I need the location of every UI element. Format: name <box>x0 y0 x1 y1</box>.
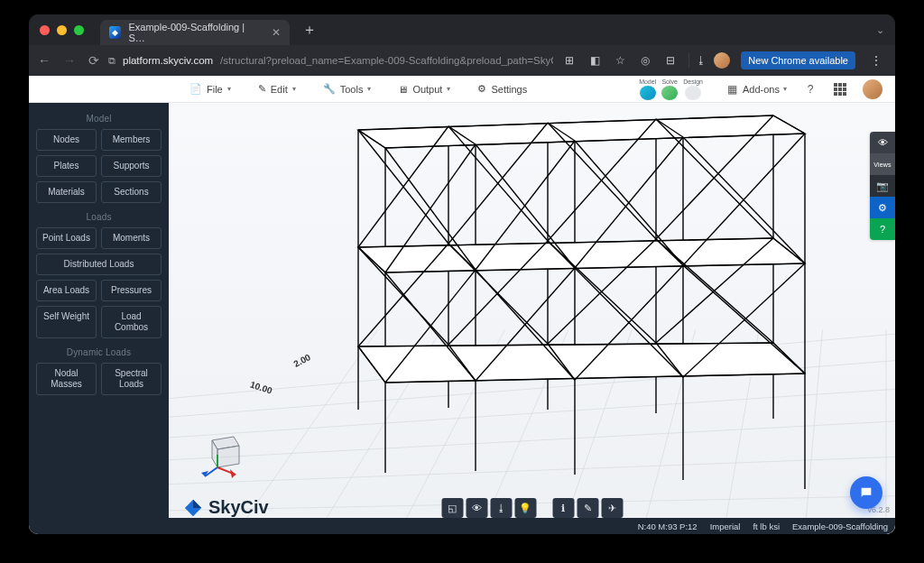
sidebar-load-combos[interactable]: Load Combos <box>101 306 162 338</box>
menu-output[interactable]: 🖥Output▾ <box>393 81 456 97</box>
status-units[interactable]: ft lb ksi <box>753 521 780 531</box>
sidebar-distributed-loads[interactable]: Distributed Loads <box>36 254 162 275</box>
status-system[interactable]: Imperial <box>710 521 741 531</box>
file-icon: 📄 <box>189 83 202 95</box>
brand-logo: SkyCiv <box>183 497 269 518</box>
rail-visibility[interactable]: 👁 <box>870 132 895 153</box>
address-field[interactable]: ⧉ platform.skyciv.com/structural?preload… <box>108 55 553 67</box>
sidebar-nodes[interactable]: Nodes <box>36 129 97 151</box>
sidebar-materials[interactable]: Materials <box>36 181 97 203</box>
right-rail: 👁 Views 📷 ⚙ ? <box>870 132 895 240</box>
sidebar-heading-model: Model <box>36 114 162 124</box>
help-icon[interactable]: ? <box>803 82 818 97</box>
new-tab-button[interactable]: ＋ <box>295 21 324 40</box>
svg-marker-28 <box>358 343 805 383</box>
mode-design[interactable]: Design <box>683 78 703 100</box>
titlebar: ◆ Example-009-Scaffolding | S… ✕ ＋ ⌄ <box>29 14 895 45</box>
view-btn-6[interactable]: ✎ <box>577 498 598 518</box>
rail-camera[interactable]: 📷 <box>870 175 895 197</box>
site-info-icon[interactable]: ⧉ <box>108 55 116 67</box>
sidebar-nodal-masses[interactable]: Nodal Masses <box>36 363 97 395</box>
tab-title: Example-009-Scaffolding | S… <box>128 22 259 43</box>
nav-reload-icon[interactable]: ⟳ <box>88 53 99 68</box>
bookmark-icon[interactable]: ☆ <box>613 53 627 68</box>
apps-grid-icon[interactable] <box>834 83 846 96</box>
rail-settings[interactable]: ⚙ <box>870 197 895 218</box>
svg-marker-91 <box>193 499 201 507</box>
user-avatar[interactable] <box>863 79 882 99</box>
sidebar-heading-dynamic: Dynamic Loads <box>36 347 162 357</box>
svg-marker-27 <box>358 238 805 272</box>
svg-marker-26 <box>358 115 805 148</box>
install-app-icon[interactable]: ⊞ <box>562 53 577 68</box>
skyciv-logo-icon <box>183 498 203 518</box>
wrench-icon: 🔧 <box>323 83 336 95</box>
browser-menu-icon[interactable]: ⋮ <box>866 53 886 68</box>
puzzle-icon: ▦ <box>725 82 739 97</box>
sidebar-self-weight[interactable]: Self Weight <box>36 306 97 338</box>
sidebar-area-loads[interactable]: Area Loads <box>36 280 97 301</box>
tabs-overflow-icon[interactable]: ⌄ <box>876 24 884 36</box>
url-path: /structural?preload_name=Example-009-Sca… <box>220 55 553 66</box>
view-btn-4[interactable]: 💡 <box>514 498 536 518</box>
viewport-3d[interactable]: 2.00 10.00 <box>169 103 895 534</box>
pencil-icon: ✎ <box>258 83 266 95</box>
sidebar-pressures[interactable]: Pressures <box>101 280 162 301</box>
sidebar-supports[interactable]: Supports <box>101 155 162 177</box>
axis-gizmo[interactable] <box>196 428 250 482</box>
menu-settings[interactable]: ⚙Settings <box>472 80 532 97</box>
nav-back-icon[interactable]: ← <box>38 53 51 68</box>
sidebar-sections[interactable]: Sections <box>101 181 162 203</box>
mode-solve[interactable]: Solve <box>661 78 678 100</box>
mode-model[interactable]: Model <box>639 78 656 100</box>
support-chat-button[interactable] <box>850 476 882 509</box>
mode-switch: Model Solve Design <box>639 78 703 100</box>
sidebar-plates[interactable]: Plates <box>36 155 97 177</box>
sidebar-spectral-loads[interactable]: Spectral Loads <box>101 363 162 395</box>
sidebar-members[interactable]: Members <box>101 129 162 151</box>
svg-marker-83 <box>217 446 239 467</box>
maximize-window-icon[interactable] <box>74 25 84 35</box>
view-btn-7[interactable]: ✈ <box>601 498 623 518</box>
workspace: Model Nodes Members Plates Supports Mate… <box>29 103 895 534</box>
chrome-update-pill[interactable]: New Chrome available <box>741 51 855 69</box>
sidebar: Model Nodes Members Plates Supports Mate… <box>29 103 169 534</box>
app-toolbar: 📄File▾ ✎Edit▾ 🔧Tools▾ 🖥Output▾ ⚙Settings… <box>29 76 895 103</box>
menu-file[interactable]: 📄File▾ <box>184 80 236 97</box>
extensions-icon[interactable]: ⊟ <box>663 53 678 68</box>
menu-edit[interactable]: ✎Edit▾ <box>253 80 301 97</box>
tab-close-icon[interactable]: ✕ <box>272 26 281 39</box>
rail-help[interactable]: ? <box>870 218 895 240</box>
rail-views[interactable]: Views <box>870 153 895 175</box>
status-bar: N:40 M:93 P:12 Imperial ft lb ksi Exampl… <box>169 518 895 534</box>
url-bar: ← → ⟳ ⧉ platform.skyciv.com/structural?p… <box>29 45 895 76</box>
tab-favicon-icon: ◆ <box>109 26 121 39</box>
view-icon-bar: ◱ 👁 ⭳ 💡 ℹ ✎ ✈ <box>441 498 623 518</box>
menu-tools[interactable]: 🔧Tools▾ <box>318 80 377 97</box>
downloads-icon[interactable]: ⭳ <box>688 53 703 68</box>
traffic-lights <box>40 25 84 35</box>
gear-icon: ⚙ <box>477 83 486 95</box>
sidebar-heading-loads: Loads <box>36 212 162 222</box>
view-btn-3[interactable]: ⭳ <box>490 498 512 518</box>
url-host: platform.skyciv.com <box>123 55 213 66</box>
close-window-icon[interactable] <box>40 25 50 35</box>
browser-window: ◆ Example-009-Scaffolding | S… ✕ ＋ ⌄ ← →… <box>29 14 895 534</box>
sidebar-moments[interactable]: Moments <box>101 227 162 249</box>
view-btn-1[interactable]: ◱ <box>441 498 463 518</box>
profile-avatar-icon[interactable] <box>714 52 730 69</box>
view-btn-2[interactable]: 👁 <box>466 498 487 518</box>
monitor-icon: 🖥 <box>398 84 408 95</box>
status-filename: Example-009-Scaffolding <box>792 521 888 531</box>
chat-icon <box>859 485 873 500</box>
scaffolding-model <box>304 112 864 500</box>
status-counts: N:40 M:93 P:12 <box>638 521 698 531</box>
browser-tab[interactable]: ◆ Example-009-Scaffolding | S… ✕ <box>100 20 290 45</box>
lens-icon[interactable]: ◎ <box>638 53 652 68</box>
sidebar-point-loads[interactable]: Point Loads <box>36 227 97 249</box>
minimize-window-icon[interactable] <box>57 25 67 35</box>
qr-icon[interactable]: ◧ <box>587 53 602 68</box>
nav-forward-icon[interactable]: → <box>63 53 76 68</box>
view-btn-5[interactable]: ℹ <box>552 498 574 518</box>
menu-addons[interactable]: ▦Add-ons▾ <box>725 82 787 97</box>
